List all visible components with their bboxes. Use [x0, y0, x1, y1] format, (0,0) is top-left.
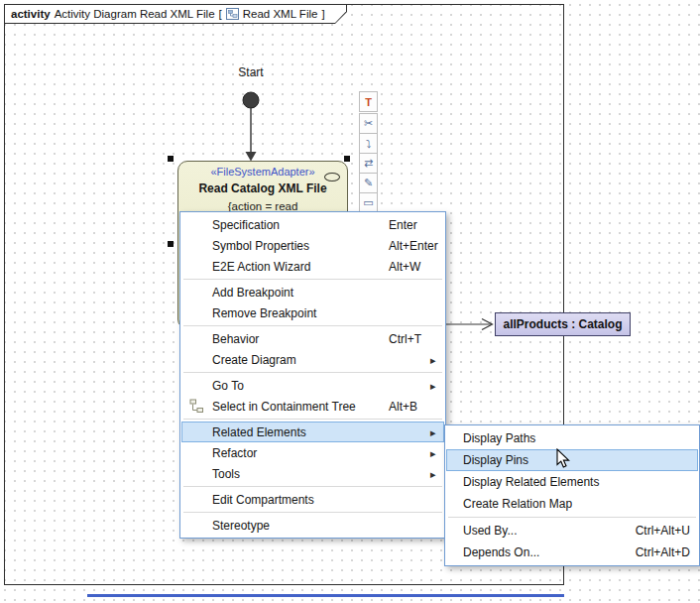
menu-separator — [183, 279, 442, 280]
menu-item-shortcut: Enter — [389, 218, 417, 232]
menu-item-label: Display Paths — [463, 431, 535, 445]
menu-item-shortcut: Alt+W — [389, 260, 420, 274]
menu-separator — [448, 517, 696, 518]
selection-handle-top-left[interactable] — [168, 156, 174, 162]
submenu-item-depends-on[interactable]: Depends On... Ctrl+Alt+D — [446, 542, 698, 563]
flow-tool-icon[interactable]: ⤵ — [359, 133, 378, 154]
object-node-allproducts-catalog[interactable]: allProducts : Catalog — [495, 312, 631, 336]
menu-item-label: Create Relation Map — [463, 497, 572, 511]
menu-item-label: Go To — [212, 379, 244, 393]
text-tool-icon[interactable]: T — [359, 91, 378, 112]
submenu-item-display-pins[interactable]: Display Pins — [446, 449, 698, 471]
swap-tool-icon[interactable]: ⇄ — [359, 153, 378, 174]
menu-item-label: Specification — [212, 218, 280, 232]
submenu-arrow-icon: ▶ — [430, 470, 436, 478]
menu-item-create-diagram[interactable]: Create Diagram ▶ — [181, 349, 444, 370]
submenu-item-used-by[interactable]: Used By... Ctrl+Alt+U — [446, 520, 698, 542]
menu-item-label: Display Pins — [463, 453, 528, 467]
menu-item-label: Remove Breakpoint — [212, 306, 316, 320]
menu-item-specification[interactable]: Specification Enter — [181, 214, 444, 235]
submenu-item-display-related-elements[interactable]: Display Related Elements — [446, 471, 698, 493]
menu-item-tools[interactable]: Tools ▶ — [181, 463, 444, 484]
menu-item-e2e-action-wizard[interactable]: E2E Action Wizard Alt+W — [181, 256, 444, 277]
menu-item-label: Tools — [212, 467, 240, 481]
menu-separator — [183, 486, 442, 487]
menu-item-add-breakpoint[interactable]: Add Breakpoint — [181, 282, 444, 302]
menu-item-shortcut: Ctrl+T — [389, 332, 421, 346]
cut-tool-icon[interactable]: ✂ — [359, 113, 378, 134]
menu-item-symbol-properties[interactable]: Symbol Properties Alt+Enter — [181, 235, 444, 256]
menu-separator — [183, 512, 442, 513]
menu-item-behavior[interactable]: Behavior Ctrl+T — [181, 328, 444, 349]
action-name: Read Catalog XML File — [178, 181, 347, 195]
selection-handle-mid-left[interactable] — [168, 241, 174, 247]
menu-item-go-to[interactable]: Go To ▶ — [181, 375, 444, 396]
smart-manipulator-toolbar: T ✂ ⤵ ⇄ ✎ ▭ — [359, 92, 378, 213]
frame-bracket-open: [ — [219, 8, 222, 20]
menu-item-stereotype[interactable]: Stereotype — [181, 515, 444, 536]
submenu-arrow-icon: ▶ — [430, 382, 436, 390]
menu-separator — [183, 372, 442, 373]
object-node-label: allProducts : Catalog — [503, 317, 622, 331]
menu-item-edit-compartments[interactable]: Edit Compartments — [181, 489, 444, 510]
menu-item-shortcut: Ctrl+Alt+U — [636, 524, 690, 538]
menu-item-label: Used By... — [463, 524, 517, 538]
submenu-arrow-icon: ▶ — [430, 356, 436, 364]
related-elements-submenu: Display Paths Display Pins Display Relat… — [444, 424, 700, 566]
horizontal-scrollbar-thumb[interactable] — [87, 594, 564, 597]
submenu-item-create-relation-map[interactable]: Create Relation Map — [446, 493, 698, 515]
menu-separator — [183, 325, 442, 326]
menu-item-select-in-containment-tree[interactable]: Select in Containment Tree Alt+B — [181, 396, 444, 417]
shape-tool-icon[interactable]: ▭ — [359, 192, 378, 213]
context-menu: Specification Enter Symbol Properties Al… — [179, 211, 446, 539]
menu-separator — [183, 419, 442, 420]
menu-item-label: Behavior — [212, 332, 259, 346]
frame-context-name: Read XML File — [243, 8, 318, 20]
menu-item-related-elements[interactable]: Related Elements ▶ — [181, 422, 444, 442]
menu-item-label: Stereotype — [212, 519, 270, 533]
diagram-canvas[interactable]: { "frame_heading": { "keyword": "activit… — [0, 0, 700, 603]
menu-item-label: Select in Containment Tree — [212, 400, 356, 414]
submenu-item-display-paths[interactable]: Display Paths — [446, 427, 698, 449]
menu-item-shortcut: Alt+Enter — [389, 239, 438, 253]
submenu-arrow-icon: ▶ — [430, 449, 436, 457]
selection-handle-top-right[interactable] — [344, 156, 350, 162]
action-stereotype: «FileSystemAdapter» — [178, 166, 347, 178]
submenu-arrow-icon: ▶ — [430, 428, 436, 436]
menu-item-refactor[interactable]: Refactor ▶ — [181, 442, 444, 463]
menu-item-shortcut: Ctrl+Alt+D — [636, 545, 690, 559]
menu-item-label: Refactor — [212, 446, 257, 460]
menu-item-label: Symbol Properties — [212, 239, 309, 253]
containment-tree-icon — [189, 399, 204, 417]
menu-item-label: E2E Action Wizard — [212, 260, 310, 274]
menu-item-shortcut: Alt+B — [389, 400, 417, 414]
menu-item-label: Depends On... — [463, 545, 539, 559]
menu-item-remove-breakpoint[interactable]: Remove Breakpoint — [181, 302, 444, 323]
menu-item-label: Create Diagram — [212, 353, 296, 367]
menu-item-label: Display Related Elements — [463, 475, 599, 489]
menu-item-label: Edit Compartments — [212, 493, 314, 507]
diagram-icon — [226, 8, 239, 20]
frame-bracket-close: ] — [321, 8, 324, 20]
menu-item-label: Related Elements — [212, 425, 306, 439]
menu-item-label: Add Breakpoint — [212, 286, 293, 300]
expand-oval-icon[interactable] — [324, 173, 340, 181]
diagram-frame-heading[interactable]: activity Activity Diagram Read XML File … — [4, 4, 347, 24]
frame-keyword: activity — [11, 8, 51, 20]
frame-diagram-name: Activity Diagram Read XML File — [55, 8, 215, 20]
start-node-label: Start — [231, 65, 271, 79]
edit-tool-icon[interactable]: ✎ — [359, 173, 378, 193]
